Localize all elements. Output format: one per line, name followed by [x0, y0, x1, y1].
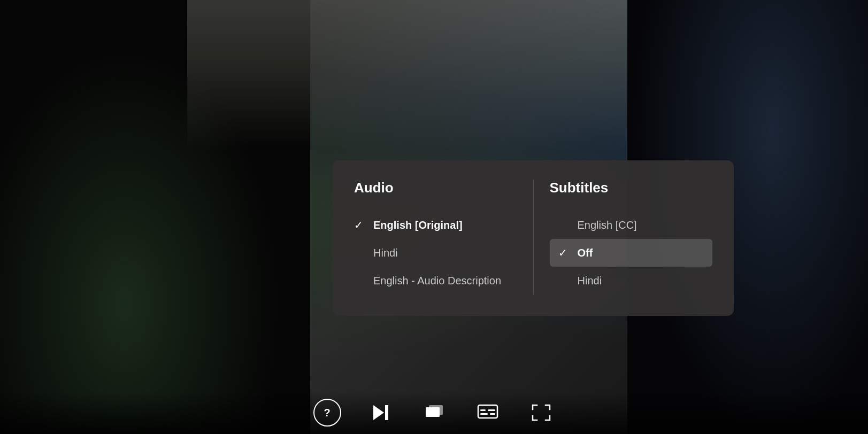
audio-label-english-ad: English - Audio Description — [373, 275, 501, 287]
svg-marker-0 — [373, 405, 384, 420]
skip-forward-icon — [371, 403, 390, 422]
top-light — [187, 0, 669, 150]
audio-label-english-original: English [Original] — [373, 219, 463, 231]
audio-subtitles-panel: Audio ✓ English [Original] ✓ Hindi ✓ Eng… — [333, 160, 734, 316]
skip-forward-button[interactable] — [367, 399, 395, 427]
fullscreen-button[interactable] — [527, 399, 555, 427]
subtitles-column: Subtitles ✓ English [CC] ✓ Off ✓ Hindi — [539, 180, 713, 294]
episodes-icon — [425, 403, 444, 422]
svg-rect-5 — [478, 405, 497, 418]
subtitle-option-hindi[interactable]: ✓ Hindi — [550, 267, 713, 294]
audio-option-hindi[interactable]: ✓ Hindi — [354, 239, 517, 267]
svg-rect-6 — [480, 409, 486, 411]
subtitle-label-off: Off — [578, 247, 593, 259]
audio-column: Audio ✓ English [Original] ✓ Hindi ✓ Eng… — [354, 180, 528, 294]
audio-option-english-ad[interactable]: ✓ English - Audio Description — [354, 267, 517, 294]
audio-label-hindi: Hindi — [373, 247, 398, 259]
help-icon: ? — [324, 407, 330, 419]
svg-rect-9 — [490, 413, 495, 415]
subtitle-option-off[interactable]: ✓ Off — [550, 239, 713, 267]
check-icon-off: ✓ — [558, 246, 569, 259]
help-button[interactable]: ? — [313, 399, 341, 427]
fullscreen-icon — [531, 403, 552, 422]
control-bar: ? — [0, 391, 868, 434]
subtitles-header: Subtitles — [550, 180, 713, 196]
episodes-button[interactable] — [420, 399, 448, 427]
audio-option-english-original[interactable]: ✓ English [Original] — [354, 211, 517, 239]
subtitles-icon — [477, 403, 498, 422]
svg-rect-7 — [488, 409, 495, 411]
svg-rect-4 — [426, 407, 440, 417]
svg-rect-1 — [385, 405, 388, 420]
check-icon-english-original: ✓ — [354, 219, 365, 231]
audio-header: Audio — [354, 180, 517, 196]
subtitle-label-english-cc: English [CC] — [578, 219, 637, 231]
subtitle-option-english-cc[interactable]: ✓ English [CC] — [550, 211, 713, 239]
panel-divider — [533, 180, 534, 294]
subtitles-button[interactable] — [474, 399, 502, 427]
svg-rect-8 — [480, 413, 488, 415]
subtitle-label-hindi: Hindi — [578, 275, 602, 287]
